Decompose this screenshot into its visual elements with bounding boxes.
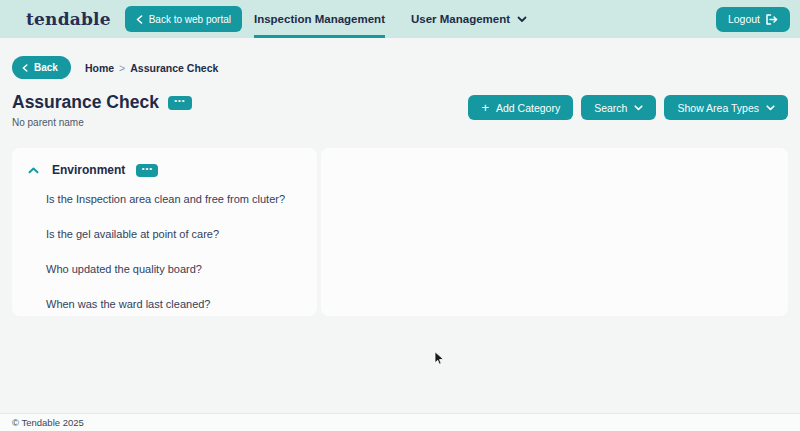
category-more-options-button[interactable]: •••	[136, 164, 158, 177]
back-button-label: Back	[34, 62, 58, 73]
category-name: Environment	[52, 163, 125, 177]
detail-panel-empty	[321, 148, 788, 316]
tab-inspection-management[interactable]: Inspection Management	[254, 0, 385, 38]
breadcrumb-item-current: Assurance Check	[130, 62, 218, 74]
logout-label: Logout	[728, 13, 760, 25]
page-title: Assurance Check	[12, 92, 159, 113]
page-title-more-options-button[interactable]: •••	[168, 96, 192, 110]
back-to-web-portal-button[interactable]: Back to web portal	[125, 6, 242, 32]
page-header-row: Assurance Check ••• No parent name + Add…	[12, 92, 788, 128]
back-to-web-portal-label: Back to web portal	[149, 14, 231, 25]
main-content: Back Home > Assurance Check Assurance Ch…	[0, 38, 800, 413]
primary-tabs: Inspection Management User Management	[254, 0, 527, 38]
chevron-down-icon	[766, 105, 775, 111]
tab-label: User Management	[411, 13, 510, 25]
footer: © Tendable 2025	[0, 413, 800, 431]
tab-label: Inspection Management	[254, 13, 385, 25]
chevron-left-icon	[22, 64, 28, 72]
question-list-item[interactable]: Is the gel available at point of care?	[12, 216, 317, 251]
show-area-types-label: Show Area Types	[677, 102, 759, 114]
breadcrumb-item-home[interactable]: Home	[85, 62, 114, 74]
tab-user-management[interactable]: User Management	[411, 0, 527, 38]
title-block: Assurance Check ••• No parent name	[12, 92, 192, 128]
topbar-spacer	[527, 0, 716, 38]
chevron-left-icon	[136, 15, 143, 24]
top-navigation-bar: tendable Back to web portal Inspection M…	[0, 0, 800, 38]
copyright-text: © Tendable 2025	[12, 417, 84, 428]
search-label: Search	[594, 102, 627, 114]
plus-icon: +	[481, 101, 489, 114]
search-button[interactable]: Search	[581, 95, 656, 120]
logout-exit-icon	[766, 14, 778, 25]
logout-button[interactable]: Logout	[716, 7, 790, 32]
add-category-label: Add Category	[496, 102, 560, 114]
page-actions: + Add Category Search Show Area Types	[468, 95, 788, 120]
add-category-button[interactable]: + Add Category	[468, 95, 573, 120]
category-panel: Environment ••• Is the Inspection area c…	[12, 148, 317, 316]
back-button[interactable]: Back	[12, 56, 71, 79]
breadcrumb-separator: >	[119, 62, 125, 74]
chevron-down-icon	[634, 105, 643, 111]
collapse-category-button[interactable]	[26, 165, 41, 176]
breadcrumb-bar: Back Home > Assurance Check	[12, 56, 788, 79]
question-list-item[interactable]: Is the Inspection area clean and free fr…	[12, 181, 317, 216]
app-window: tendable Back to web portal Inspection M…	[0, 0, 800, 431]
tendable-logo: tendable	[26, 9, 111, 29]
content-panels: Environment ••• Is the Inspection area c…	[12, 148, 788, 316]
question-list-item[interactable]: When was the ward last cleaned?	[12, 286, 317, 321]
category-header: Environment •••	[12, 158, 317, 181]
ellipsis-icon: •••	[142, 165, 153, 173]
question-list-item[interactable]: Who updated the quality board?	[12, 251, 317, 286]
chevron-up-icon	[28, 167, 39, 174]
breadcrumb: Home > Assurance Check	[85, 62, 218, 74]
show-area-types-button[interactable]: Show Area Types	[664, 95, 788, 120]
parent-name-subtitle: No parent name	[12, 117, 192, 128]
ellipsis-icon: •••	[174, 97, 185, 105]
chevron-down-icon	[517, 16, 527, 23]
